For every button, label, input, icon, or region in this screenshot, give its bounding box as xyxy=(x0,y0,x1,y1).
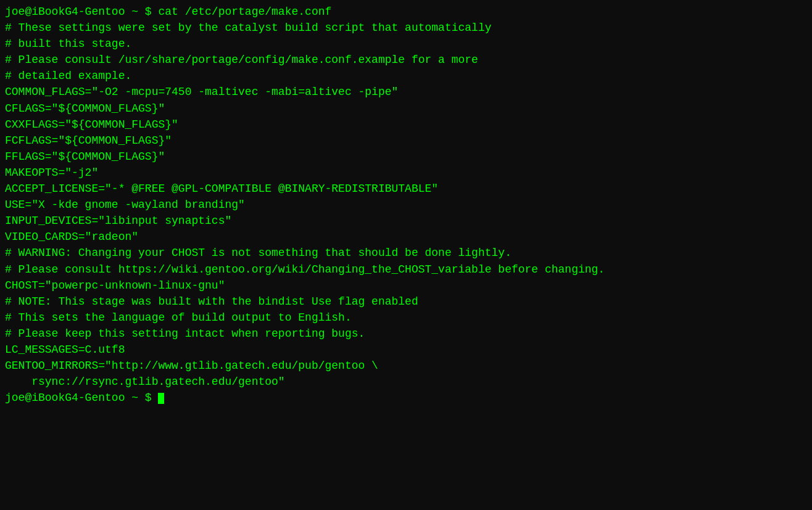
line13: INPUT_DEVICES="libinput synaptics" xyxy=(5,213,807,229)
line16: # WARNING: Changing your CHOST is not so… xyxy=(5,245,807,261)
line18: CHOST="powerpc-unknown-linux-gnu" xyxy=(5,278,807,294)
line4: # detailed example. xyxy=(5,68,807,84)
line17: # Please consult https://wiki.gentoo.org… xyxy=(5,261,807,278)
line9: FFLAGS="${COMMON_FLAGS}" xyxy=(5,149,807,165)
terminal-window: joe@iBookG4-Gentoo ~ $ cat /etc/portage/… xyxy=(0,0,812,510)
line6: CFLAGS="${COMMON_FLAGS}" xyxy=(5,101,807,117)
line11: ACCEPT_LICENSE="-* @FREE @GPL-COMPATIBLE… xyxy=(5,181,807,197)
prompt-end: joe@iBookG4-Gentoo ~ $ xyxy=(5,390,807,406)
line20: # NOTE: This stage was built with the bi… xyxy=(5,294,807,310)
line14: VIDEO_CARDS="radeon" xyxy=(5,229,807,245)
line2: # built this stage. xyxy=(5,36,807,52)
line5: COMMON_FLAGS="-O2 -mcpu=7450 -maltivec -… xyxy=(5,84,807,100)
line12: USE="X -kde gnome -wayland branding" xyxy=(5,197,807,213)
line7: CXXFLAGS="${COMMON_FLAGS}" xyxy=(5,117,807,133)
line26: GENTOO_MIRRORS="http://www.gtlib.gatech.… xyxy=(5,358,807,374)
line22: # This sets the language of build output… xyxy=(5,310,807,326)
line23: # Please keep this setting intact when r… xyxy=(5,326,807,342)
line8: FCFLAGS="${COMMON_FLAGS}" xyxy=(5,133,807,149)
line27: rsync://rsync.gtlib.gatech.edu/gentoo" xyxy=(5,374,807,390)
line1: # These settings were set by the catalys… xyxy=(5,20,807,36)
line10: MAKEOPTS="-j2" xyxy=(5,165,807,181)
terminal-cursor xyxy=(158,393,164,404)
cmd-line: joe@iBookG4-Gentoo ~ $ cat /etc/portage/… xyxy=(5,4,807,20)
line3: # Please consult /usr/share/portage/conf… xyxy=(5,52,807,68)
line24: LC_MESSAGES=C.utf8 xyxy=(5,342,807,358)
